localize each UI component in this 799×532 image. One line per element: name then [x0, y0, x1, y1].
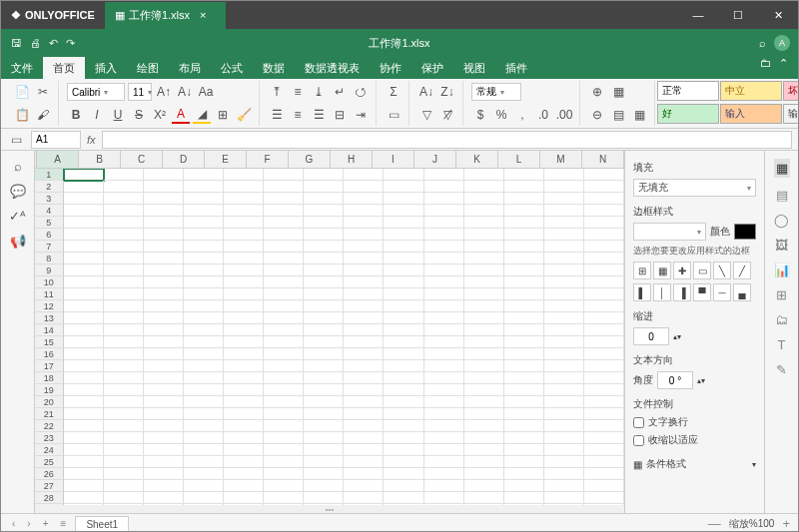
cell[interactable] [144, 312, 184, 324]
cell[interactable] [464, 492, 504, 504]
cell[interactable] [184, 276, 224, 288]
cell[interactable] [304, 241, 344, 253]
row-header[interactable]: 15 [35, 336, 64, 348]
cell[interactable] [504, 456, 544, 468]
cell[interactable] [424, 432, 464, 444]
border-outer-icon[interactable]: ⊞ [633, 262, 651, 279]
cell[interactable] [304, 456, 344, 468]
cell[interactable] [384, 276, 423, 288]
cell[interactable] [64, 432, 104, 444]
cell[interactable] [504, 241, 544, 253]
cell[interactable] [504, 360, 544, 372]
border-style-select[interactable] [633, 223, 706, 241]
col-header-N[interactable]: N [582, 151, 624, 168]
cell[interactable] [424, 241, 464, 253]
cell[interactable] [304, 169, 344, 181]
cell[interactable] [264, 181, 304, 193]
border-bottom-icon[interactable]: ▄ [733, 283, 751, 301]
menu-protect[interactable]: 保护 [411, 57, 453, 79]
cell[interactable] [144, 181, 184, 193]
cell[interactable] [544, 300, 584, 312]
image-settings-icon[interactable]: 🖼 [775, 238, 788, 253]
cell[interactable] [504, 492, 544, 504]
cell[interactable] [384, 181, 423, 193]
format-table-icon[interactable]: ▦ [630, 106, 648, 124]
cell[interactable] [304, 193, 344, 205]
cell[interactable] [344, 408, 384, 420]
align-right-icon[interactable]: ☰ [310, 106, 328, 124]
cell[interactable] [504, 265, 544, 276]
cell[interactable] [504, 217, 544, 229]
sum-icon[interactable]: Σ [385, 83, 402, 101]
cell[interactable] [224, 480, 264, 492]
border-vmid-icon[interactable]: │ [653, 283, 671, 301]
sheet-next-icon[interactable]: › [24, 518, 33, 529]
cell[interactable] [504, 276, 544, 288]
row-header[interactable]: 4 [35, 205, 64, 217]
close-icon[interactable]: × [200, 9, 206, 21]
cell[interactable] [64, 348, 104, 360]
cell[interactable] [344, 265, 384, 276]
cell[interactable] [224, 444, 264, 456]
cell[interactable] [264, 241, 304, 253]
cell[interactable] [104, 253, 144, 265]
cell[interactable] [144, 229, 184, 241]
menu-home[interactable]: 首页 [43, 57, 85, 79]
cell[interactable] [384, 360, 423, 372]
cell[interactable] [304, 408, 344, 420]
indent-icon[interactable]: ⇥ [352, 106, 370, 124]
cell[interactable] [384, 396, 423, 408]
cell[interactable] [424, 288, 464, 300]
cell[interactable] [264, 169, 304, 181]
row-header[interactable]: 14 [35, 324, 64, 336]
cell[interactable] [464, 193, 504, 205]
borders-button[interactable]: ⊞ [214, 106, 232, 124]
cell[interactable] [464, 408, 504, 420]
cell[interactable] [464, 444, 504, 456]
cell[interactable] [144, 217, 184, 229]
cell[interactable] [544, 468, 584, 480]
border-hmid-icon[interactable]: ─ [713, 283, 731, 301]
cell[interactable] [144, 348, 184, 360]
cell[interactable] [264, 253, 304, 265]
number-format-select[interactable]: 常规 [471, 83, 521, 101]
cell[interactable] [304, 396, 344, 408]
dec-dec-icon[interactable]: .00 [555, 106, 573, 124]
cell[interactable] [144, 492, 184, 504]
cell[interactable] [464, 420, 504, 432]
cell[interactable] [144, 300, 184, 312]
cell[interactable] [144, 276, 184, 288]
cell[interactable] [224, 217, 264, 229]
cell[interactable] [184, 456, 224, 468]
style-neutral[interactable]: 中立 [720, 81, 782, 101]
cell[interactable] [384, 169, 423, 181]
cell[interactable] [384, 324, 423, 336]
cell[interactable] [504, 444, 544, 456]
cell[interactable] [144, 456, 184, 468]
cell[interactable] [504, 372, 544, 384]
cell[interactable] [224, 420, 264, 432]
cell[interactable] [304, 336, 344, 348]
cell[interactable] [424, 300, 464, 312]
cell[interactable] [264, 324, 304, 336]
cell[interactable] [224, 408, 264, 420]
cell[interactable] [424, 384, 464, 396]
cell[interactable] [464, 480, 504, 492]
slicer-settings-icon[interactable]: 🗂 [775, 312, 788, 327]
cell[interactable] [504, 420, 544, 432]
redo-icon[interactable]: ↷ [66, 37, 75, 50]
grid[interactable]: 1234567891011121314151617181920212223242… [35, 169, 624, 505]
cell[interactable] [344, 396, 384, 408]
cell[interactable] [464, 360, 504, 372]
cell[interactable] [384, 468, 423, 480]
namebox-icon[interactable]: ▭ [7, 131, 25, 149]
cell[interactable] [64, 456, 104, 468]
cell[interactable] [104, 169, 144, 181]
cell[interactable] [584, 181, 624, 193]
cell[interactable] [104, 348, 144, 360]
cell[interactable] [544, 408, 584, 420]
change-case-icon[interactable]: Aa [197, 83, 215, 101]
cell[interactable] [184, 408, 224, 420]
cell[interactable] [104, 217, 144, 229]
cell[interactable] [544, 181, 584, 193]
